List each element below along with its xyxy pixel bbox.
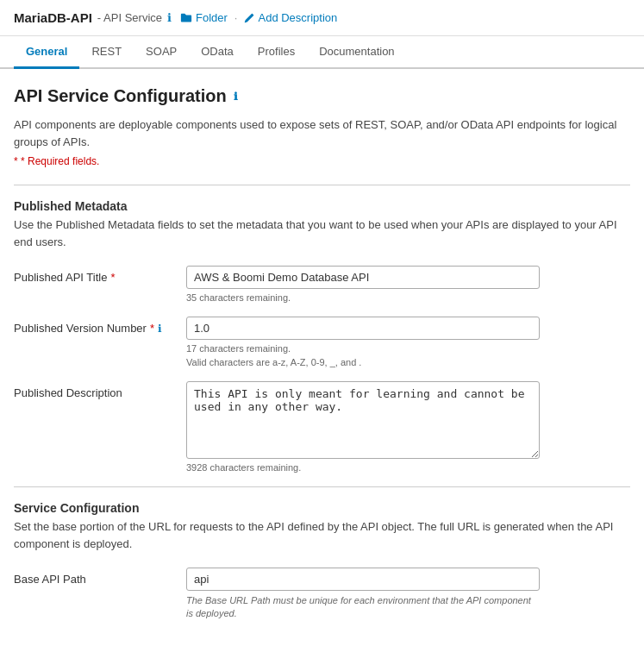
- app-subtitle: - API Service: [97, 11, 162, 24]
- pencil-icon: [244, 13, 254, 23]
- tab-profiles[interactable]: Profiles: [246, 36, 307, 69]
- api-title-input[interactable]: [186, 266, 540, 289]
- description-field: This API is only meant for learning and …: [186, 381, 630, 473]
- header-info-icon[interactable]: ℹ: [167, 11, 172, 24]
- version-input[interactable]: [186, 317, 540, 340]
- description-label: Published Description: [14, 381, 186, 399]
- base-path-field: The Base URL Path must be unique for eac…: [186, 568, 630, 621]
- tab-odata[interactable]: OData: [189, 36, 246, 69]
- required-label: * Required fields.: [21, 155, 99, 167]
- description-hint: 3928 characters remaining.: [186, 462, 630, 473]
- version-row: Published Version Number * ℹ 17 characte…: [14, 317, 630, 367]
- published-metadata-title: Published Metadata: [14, 199, 630, 213]
- base-path-row: Base API Path The Base URL Path must be …: [14, 568, 630, 621]
- page-title-row: API Service Configuration ℹ: [14, 86, 630, 106]
- api-title-required: *: [110, 271, 115, 284]
- tab-soap[interactable]: SOAP: [134, 36, 189, 69]
- version-required: *: [150, 322, 154, 335]
- version-field: 17 characters remaining. Valid character…: [186, 317, 630, 367]
- api-title-hint: 35 characters remaining.: [186, 292, 630, 303]
- main-content: API Service Configuration ℹ API componen…: [0, 69, 644, 646]
- service-config-title: Service Configuration: [14, 501, 630, 515]
- app-title: MariaDB-API: [14, 10, 92, 25]
- description-row: Published Description This API is only m…: [14, 381, 630, 473]
- required-fields-note: * * Required fields.: [14, 155, 630, 167]
- required-star: *: [14, 155, 18, 167]
- header-separator: ·: [234, 11, 238, 24]
- folder-link[interactable]: Folder: [180, 11, 228, 24]
- base-path-input[interactable]: [186, 568, 540, 591]
- version-label: Published Version Number * ℹ: [14, 317, 186, 335]
- page-title-text: API Service Configuration: [14, 86, 227, 106]
- api-title-row: Published API Title * 35 characters rema…: [14, 266, 630, 303]
- version-hint2: Valid characters are a-z, A-Z, 0-9, _, a…: [186, 357, 630, 367]
- add-description-link[interactable]: Add Description: [244, 11, 337, 24]
- service-config-desc: Set the base portion of the URL for requ…: [14, 518, 630, 552]
- section-divider-1: [14, 185, 630, 185]
- base-path-label: Base API Path: [14, 568, 186, 586]
- published-metadata-desc: Use the Published Metadata fields to set…: [14, 216, 630, 250]
- tab-bar: General REST SOAP OData Profiles Documen…: [0, 36, 644, 69]
- api-title-field: 35 characters remaining.: [186, 266, 630, 303]
- version-hint1: 17 characters remaining.: [186, 343, 630, 354]
- tab-rest[interactable]: REST: [79, 36, 134, 69]
- page-info-icon[interactable]: ℹ: [234, 91, 238, 103]
- base-path-hint: The Base URL Path must be unique for eac…: [186, 594, 540, 621]
- folder-icon: [180, 12, 192, 24]
- add-description-label: Add Description: [258, 11, 337, 24]
- section-divider-2: [14, 486, 630, 487]
- version-info-icon[interactable]: ℹ: [158, 323, 162, 335]
- page-description: API components are deployable components…: [14, 116, 630, 150]
- description-textarea[interactable]: This API is only meant for learning and …: [186, 381, 540, 459]
- page-header: MariaDB-API - API Service ℹ Folder · Add…: [0, 0, 644, 36]
- folder-label: Folder: [196, 11, 228, 24]
- tab-general[interactable]: General: [14, 36, 79, 69]
- api-title-label: Published API Title *: [14, 266, 186, 284]
- tab-documentation[interactable]: Documentation: [307, 36, 406, 69]
